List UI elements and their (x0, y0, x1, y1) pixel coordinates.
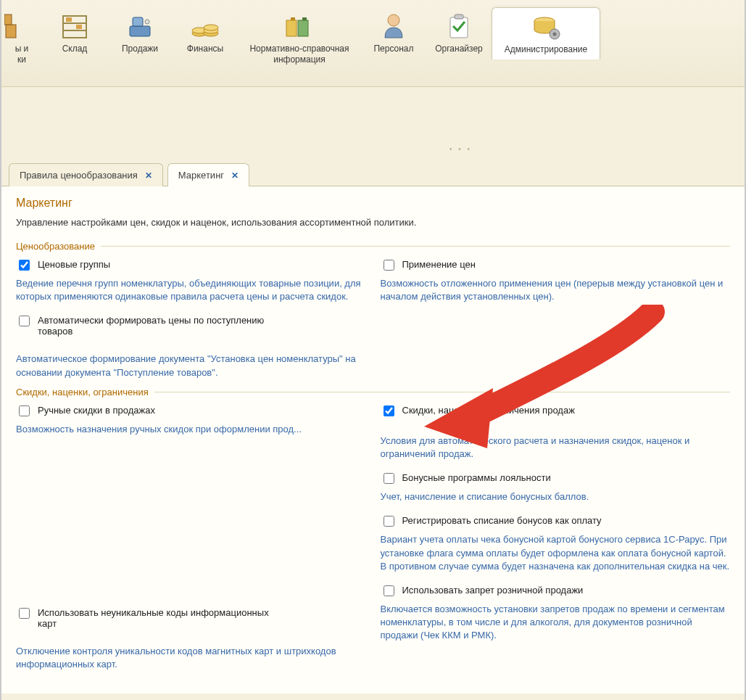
desc-discounts-limits: Условия для автоматического расчета и на… (381, 435, 731, 461)
svg-rect-15 (286, 20, 297, 36)
toolbar-item-administration[interactable]: Администрирование (492, 7, 600, 59)
tab-strip: Правила ценообразования ✕ Маркетинг ✕ (1, 162, 745, 186)
tab-marketing[interactable]: Маркетинг ✕ (167, 163, 249, 186)
label-bonus-programs: Бонусные программы лояльности (402, 472, 551, 483)
page-subtitle: Управление настройками цен, скидок и нац… (16, 217, 730, 228)
coins-icon (188, 12, 223, 41)
boxes-icon (4, 12, 39, 41)
desc-manual-discounts: Возможность назначения ручных скидок при… (16, 423, 366, 436)
desc-nonunique-cards: Отключение контроля уникальности кодов м… (16, 645, 366, 671)
checkbox-retail-ban[interactable] (384, 585, 394, 596)
label-discounts-limits: Скидки, наценки и ограничения продаж (402, 405, 575, 416)
toolbar-item-cut[interactable]: ы ики (1, 7, 42, 70)
label-manual-discounts: Ручные скидки в продажах (38, 405, 155, 416)
desc-price-groups: Ведение перечня групп номенклатуры, объе… (16, 277, 366, 303)
group-header-pricing: Ценообразование (16, 241, 730, 252)
folders-icon (282, 12, 317, 41)
label-retail-ban: Использовать запрет розничной продажи (402, 585, 584, 596)
shelves-icon (57, 12, 92, 41)
svg-point-9 (145, 20, 149, 24)
label-apply-prices: Применение цен (402, 259, 476, 270)
svg-rect-16 (298, 20, 308, 36)
checkbox-price-groups[interactable] (19, 260, 30, 271)
desc-auto-prices: Автоматическое формирование документа "У… (16, 353, 366, 379)
tab-label: Маркетинг (178, 170, 224, 181)
checkbox-bonus-programs[interactable] (384, 473, 394, 484)
svg-rect-6 (76, 25, 82, 29)
toolbar-item-finance[interactable]: Финансы (173, 7, 238, 59)
svg-rect-1 (4, 15, 12, 25)
checkbox-bonus-as-payment[interactable] (384, 516, 394, 527)
cash-register-icon (123, 12, 157, 41)
toolbar-item-organizer[interactable]: Органайзер (426, 7, 492, 59)
checkbox-discounts-limits[interactable] (384, 405, 394, 416)
label-nonunique-cards: Использовать неуникальные коды информаци… (38, 607, 270, 629)
main-toolbar: ы ики Склад Продажи Финансы Нормативно-с… (1, 0, 745, 87)
checkbox-auto-prices[interactable] (19, 316, 30, 326)
svg-rect-18 (302, 17, 307, 20)
checkbox-nonunique-cards[interactable] (19, 608, 30, 619)
desc-retail-ban: Включается возможность установки запрето… (381, 603, 731, 643)
svg-rect-0 (6, 25, 16, 38)
label-bonus-as-payment: Регистрировать списание бонусов как опла… (402, 515, 602, 526)
toolbar-item-reference[interactable]: Нормативно-справочнаяинформация (238, 7, 361, 70)
svg-rect-5 (66, 17, 72, 22)
svg-point-24 (553, 33, 557, 36)
desc-apply-prices: Возможность отложенного применения цен (… (381, 277, 731, 303)
toolbar-item-warehouse[interactable]: Склад (42, 7, 107, 59)
svg-rect-21 (455, 15, 463, 19)
settings-panel: Маркетинг Управление настройками цен, ск… (1, 186, 745, 693)
svg-point-19 (388, 15, 399, 26)
svg-rect-8 (133, 17, 143, 26)
label-auto-prices: Автоматически формировать цены по поступ… (38, 315, 270, 337)
tab-pricing-rules[interactable]: Правила ценообразования ✕ (9, 163, 163, 186)
group-header-discounts: Скидки, наценки, ограничения (16, 387, 730, 398)
tab-label: Правила ценообразования (20, 170, 138, 181)
close-icon[interactable]: ✕ (145, 170, 152, 181)
database-gear-icon (529, 12, 563, 41)
toolbar-item-personnel[interactable]: Персонал (361, 7, 426, 59)
desc-bonus-programs: Учет, начисление и списание бонусных бал… (381, 490, 731, 503)
drag-handle-icon: • • • (449, 145, 472, 153)
label-price-groups: Ценовые группы (38, 259, 110, 270)
svg-rect-7 (130, 26, 150, 36)
checkbox-manual-discounts[interactable] (19, 405, 30, 416)
page-title: Маркетинг (16, 197, 730, 210)
checkbox-apply-prices[interactable] (384, 260, 394, 271)
desc-bonus-as-payment: Вариант учета оплаты чека бонусной карто… (381, 533, 731, 573)
svg-point-14 (204, 25, 218, 30)
svg-rect-17 (291, 17, 295, 20)
close-icon[interactable]: ✕ (231, 170, 239, 181)
toolbar-item-sales[interactable]: Продажи (107, 7, 173, 59)
person-icon (376, 12, 411, 41)
clipboard-check-icon (442, 12, 476, 41)
